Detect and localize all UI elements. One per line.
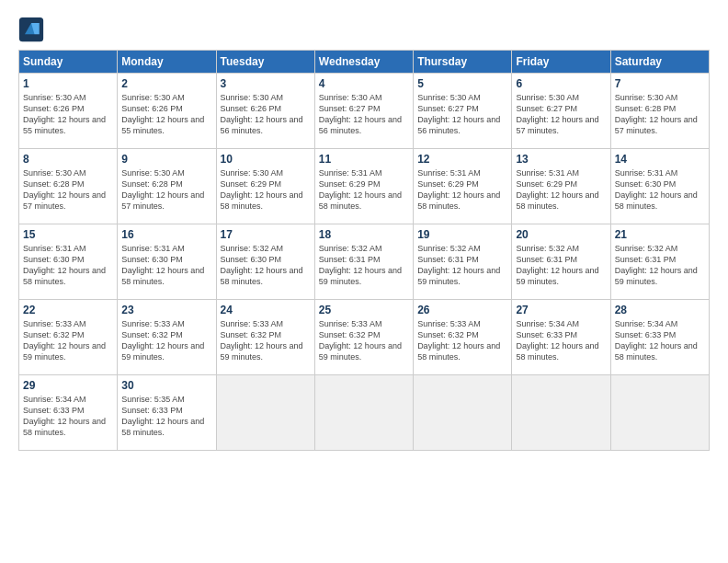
day-number: 20 — [516, 228, 606, 241]
day-info: Sunrise: 5:30 AMSunset: 6:26 PMDaylight:… — [121, 92, 211, 137]
weekday-header: Friday — [512, 51, 610, 74]
weekday-header: Tuesday — [216, 51, 314, 74]
day-info: Sunrise: 5:33 AMSunset: 6:32 PMDaylight:… — [23, 318, 113, 363]
day-number: 22 — [23, 304, 113, 316]
calendar-cell: 24Sunrise: 5:33 AMSunset: 6:32 PMDayligh… — [216, 300, 314, 375]
calendar-row: 1Sunrise: 5:30 AMSunset: 6:26 PMDaylight… — [19, 74, 710, 149]
day-number: 8 — [23, 153, 113, 166]
day-info: Sunrise: 5:31 AMSunset: 6:29 PMDaylight:… — [319, 167, 409, 213]
calendar-row: 15Sunrise: 5:31 AMSunset: 6:30 PMDayligh… — [19, 224, 710, 300]
day-info: Sunrise: 5:30 AMSunset: 6:27 PMDaylight:… — [417, 92, 507, 137]
day-number: 4 — [319, 77, 409, 90]
calendar-cell: 29Sunrise: 5:34 AMSunset: 6:33 PMDayligh… — [19, 375, 118, 451]
calendar-cell: 28Sunrise: 5:34 AMSunset: 6:33 PMDayligh… — [610, 300, 709, 375]
calendar-cell: 1Sunrise: 5:30 AMSunset: 6:26 PMDaylight… — [19, 74, 118, 149]
calendar-cell: 8Sunrise: 5:30 AMSunset: 6:28 PMDaylight… — [19, 149, 118, 224]
day-info: Sunrise: 5:32 AMSunset: 6:31 PMDaylight:… — [417, 243, 507, 288]
day-number: 11 — [319, 153, 409, 166]
calendar-cell — [512, 375, 610, 451]
day-info: Sunrise: 5:32 AMSunset: 6:31 PMDaylight:… — [615, 243, 705, 288]
calendar-cell: 21Sunrise: 5:32 AMSunset: 6:31 PMDayligh… — [610, 224, 709, 300]
day-number: 24 — [221, 304, 311, 316]
calendar-cell: 14Sunrise: 5:31 AMSunset: 6:30 PMDayligh… — [610, 149, 709, 224]
calendar-cell: 19Sunrise: 5:32 AMSunset: 6:31 PMDayligh… — [414, 224, 512, 300]
day-number: 12 — [417, 153, 507, 166]
day-info: Sunrise: 5:35 AMSunset: 6:33 PMDaylight:… — [121, 394, 211, 439]
day-info: Sunrise: 5:30 AMSunset: 6:28 PMDaylight:… — [23, 167, 113, 213]
day-info: Sunrise: 5:32 AMSunset: 6:31 PMDaylight:… — [516, 243, 606, 288]
day-number: 6 — [516, 77, 606, 90]
day-number: 23 — [121, 304, 211, 316]
day-number: 5 — [417, 77, 507, 90]
calendar-cell: 20Sunrise: 5:32 AMSunset: 6:31 PMDayligh… — [512, 224, 610, 300]
calendar-cell: 17Sunrise: 5:32 AMSunset: 6:30 PMDayligh… — [216, 224, 314, 300]
day-number: 25 — [319, 304, 409, 316]
calendar-cell: 23Sunrise: 5:33 AMSunset: 6:32 PMDayligh… — [118, 300, 216, 375]
day-info: Sunrise: 5:32 AMSunset: 6:30 PMDaylight:… — [221, 243, 311, 288]
day-info: Sunrise: 5:30 AMSunset: 6:27 PMDaylight:… — [516, 92, 606, 137]
day-number: 27 — [516, 304, 606, 316]
day-info: Sunrise: 5:30 AMSunset: 6:26 PMDaylight:… — [221, 92, 311, 137]
day-info: Sunrise: 5:33 AMSunset: 6:32 PMDaylight:… — [121, 318, 211, 363]
calendar-cell: 10Sunrise: 5:30 AMSunset: 6:29 PMDayligh… — [216, 149, 314, 224]
calendar-cell: 7Sunrise: 5:30 AMSunset: 6:28 PMDaylight… — [610, 74, 709, 149]
calendar-cell: 18Sunrise: 5:32 AMSunset: 6:31 PMDayligh… — [314, 224, 413, 300]
logo — [18, 17, 48, 42]
calendar-cell: 13Sunrise: 5:31 AMSunset: 6:29 PMDayligh… — [512, 149, 610, 224]
day-info: Sunrise: 5:31 AMSunset: 6:29 PMDaylight:… — [417, 167, 507, 213]
day-info: Sunrise: 5:30 AMSunset: 6:28 PMDaylight:… — [121, 167, 211, 213]
day-info: Sunrise: 5:34 AMSunset: 6:33 PMDaylight:… — [23, 394, 113, 439]
day-number: 30 — [121, 379, 211, 392]
calendar-cell: 5Sunrise: 5:30 AMSunset: 6:27 PMDaylight… — [414, 74, 512, 149]
day-number: 10 — [221, 153, 311, 166]
calendar-row: 22Sunrise: 5:33 AMSunset: 6:32 PMDayligh… — [19, 300, 710, 375]
day-number: 29 — [23, 379, 113, 392]
day-number: 9 — [121, 153, 211, 166]
calendar-cell: 30Sunrise: 5:35 AMSunset: 6:33 PMDayligh… — [118, 375, 216, 451]
day-info: Sunrise: 5:34 AMSunset: 6:33 PMDaylight:… — [615, 318, 705, 363]
calendar-cell — [414, 375, 512, 451]
day-info: Sunrise: 5:33 AMSunset: 6:32 PMDaylight:… — [417, 318, 507, 363]
weekday-header: Wednesday — [314, 51, 413, 74]
day-number: 2 — [121, 77, 211, 90]
calendar-cell: 16Sunrise: 5:31 AMSunset: 6:30 PMDayligh… — [118, 224, 216, 300]
calendar-cell — [314, 375, 413, 451]
day-number: 19 — [417, 228, 507, 241]
day-info: Sunrise: 5:33 AMSunset: 6:32 PMDaylight:… — [221, 318, 311, 363]
calendar-cell: 3Sunrise: 5:30 AMSunset: 6:26 PMDaylight… — [216, 74, 314, 149]
page: SundayMondayTuesdayWednesdayThursdayFrid… — [0, 0, 728, 563]
day-info: Sunrise: 5:31 AMSunset: 6:30 PMDaylight:… — [23, 243, 113, 288]
day-number: 3 — [221, 77, 311, 90]
day-info: Sunrise: 5:30 AMSunset: 6:27 PMDaylight:… — [319, 92, 409, 137]
day-info: Sunrise: 5:30 AMSunset: 6:29 PMDaylight:… — [221, 167, 311, 213]
calendar-cell: 4Sunrise: 5:30 AMSunset: 6:27 PMDaylight… — [314, 74, 413, 149]
day-number: 18 — [319, 228, 409, 241]
day-number: 21 — [615, 228, 705, 241]
weekday-header-row: SundayMondayTuesdayWednesdayThursdayFrid… — [19, 51, 710, 74]
calendar-cell: 12Sunrise: 5:31 AMSunset: 6:29 PMDayligh… — [414, 149, 512, 224]
weekday-header: Thursday — [414, 51, 512, 74]
calendar-cell: 11Sunrise: 5:31 AMSunset: 6:29 PMDayligh… — [314, 149, 413, 224]
day-info: Sunrise: 5:31 AMSunset: 6:30 PMDaylight:… — [121, 243, 211, 288]
day-number: 1 — [23, 77, 113, 90]
calendar-cell: 6Sunrise: 5:30 AMSunset: 6:27 PMDaylight… — [512, 74, 610, 149]
weekday-header: Saturday — [610, 51, 709, 74]
day-info: Sunrise: 5:32 AMSunset: 6:31 PMDaylight:… — [319, 243, 409, 288]
calendar-cell — [610, 375, 709, 451]
calendar-cell: 2Sunrise: 5:30 AMSunset: 6:26 PMDaylight… — [118, 74, 216, 149]
calendar-row: 8Sunrise: 5:30 AMSunset: 6:28 PMDaylight… — [19, 149, 710, 224]
calendar-cell: 15Sunrise: 5:31 AMSunset: 6:30 PMDayligh… — [19, 224, 118, 300]
logo-icon — [18, 17, 44, 42]
day-info: Sunrise: 5:30 AMSunset: 6:26 PMDaylight:… — [23, 92, 113, 137]
day-number: 17 — [221, 228, 311, 241]
calendar-row: 29Sunrise: 5:34 AMSunset: 6:33 PMDayligh… — [19, 375, 710, 451]
day-info: Sunrise: 5:31 AMSunset: 6:29 PMDaylight:… — [516, 167, 606, 213]
calendar-cell: 22Sunrise: 5:33 AMSunset: 6:32 PMDayligh… — [19, 300, 118, 375]
header — [18, 17, 710, 42]
weekday-header: Sunday — [19, 51, 118, 74]
day-info: Sunrise: 5:34 AMSunset: 6:33 PMDaylight:… — [516, 318, 606, 363]
day-info: Sunrise: 5:30 AMSunset: 6:28 PMDaylight:… — [615, 92, 705, 137]
weekday-header: Monday — [118, 51, 216, 74]
day-number: 14 — [615, 153, 705, 166]
calendar: SundayMondayTuesdayWednesdayThursdayFrid… — [18, 50, 710, 451]
